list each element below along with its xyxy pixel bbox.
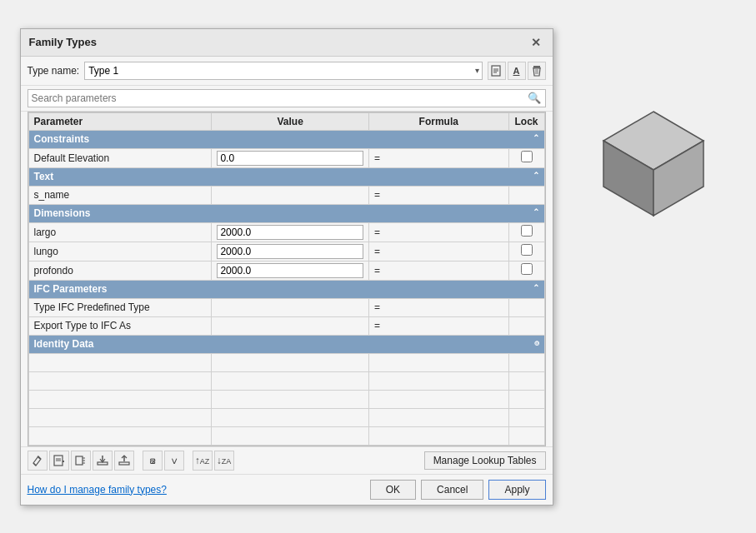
param-value-input[interactable] — [217, 263, 363, 278]
rename-type-button[interactable]: A — [508, 62, 526, 80]
param-name: profondo — [28, 261, 212, 280]
title-bar: Family Types ✕ — [21, 29, 553, 57]
footer-buttons: OK Cancel Apply — [370, 480, 546, 500]
section-row: Text⌃ — [28, 167, 544, 186]
param-lock-cell — [508, 298, 544, 316]
param-formula[interactable]: = — [368, 261, 508, 280]
section-header-text: Text⌃ — [28, 167, 544, 186]
lock-checkbox[interactable] — [521, 263, 533, 275]
param-value-cell — [212, 316, 369, 335]
section-row: IFC Parameters⌃ — [28, 280, 544, 298]
shared-param-button[interactable] — [71, 451, 91, 471]
param-name: Default Elevation — [28, 148, 212, 167]
section-header-constraints: Constraints⌃ — [28, 130, 544, 148]
footer-row: How do I manage family types? OK Cancel … — [21, 474, 553, 505]
param-lock-cell — [508, 242, 544, 261]
param-value-input[interactable] — [217, 151, 363, 166]
param-value-cell — [212, 261, 369, 280]
section-row: Dimensions⌃ — [28, 204, 544, 222]
param-lock-cell — [508, 222, 544, 242]
ok-button[interactable]: OK — [370, 480, 416, 500]
param-formula[interactable]: = — [368, 242, 508, 261]
param-lock-cell — [508, 186, 544, 204]
table-row: lungo= — [28, 242, 544, 261]
empty-row — [28, 353, 544, 371]
type-name-row: Type name: Type 1 A — [21, 57, 553, 86]
section-collapse-icon[interactable]: ⌃ — [533, 171, 539, 180]
col-header-value: Value — [212, 112, 369, 130]
section-collapse-icon[interactable]: ⌃ — [533, 283, 539, 292]
param-value-cell — [212, 242, 369, 261]
close-button[interactable]: ✕ — [528, 34, 544, 51]
lock-checkbox[interactable] — [521, 244, 533, 256]
param-name: lungo — [28, 242, 212, 261]
param-value-cell — [212, 148, 369, 167]
param-formula[interactable]: = — [368, 148, 508, 167]
param-lock-cell — [508, 261, 544, 280]
col-header-lock: Lock — [508, 112, 544, 130]
param-value-cell — [212, 298, 369, 316]
lock-checkbox[interactable] — [521, 151, 533, 162]
section-collapse-icon[interactable]: ⌾ — [534, 338, 539, 347]
param-name: largo — [28, 222, 212, 242]
param-value-input[interactable] — [217, 244, 363, 259]
sort-az-button[interactable]: ↑AZ — [193, 451, 213, 471]
section-header-identity-data: Identity Data⌾ — [28, 335, 544, 353]
table-row: profondo= — [28, 261, 544, 280]
new-type-button[interactable] — [488, 62, 506, 80]
type-name-label: Type name: — [28, 65, 80, 77]
help-link[interactable]: How do I manage family types? — [28, 484, 167, 496]
param-value-input[interactable] — [217, 225, 363, 240]
params-table: Parameter Value Formula Lock Constraints… — [28, 112, 545, 446]
empty-row — [28, 426, 544, 445]
param-name: Type IFC Predefined Type — [28, 298, 212, 316]
search-input[interactable] — [28, 89, 546, 107]
table-row: Type IFC Predefined Type= — [28, 298, 544, 316]
param-name: s_name — [28, 186, 212, 204]
group-up-button[interactable]: ꤁ — [143, 451, 163, 471]
svg-line-8 — [33, 463, 36, 466]
params-table-wrapper: Parameter Value Formula Lock Constraints… — [28, 112, 546, 446]
dialog-container: Family Types ✕ Type name: Type 1 A — [12, 20, 745, 514]
sort-za-button[interactable]: ↓ZA — [214, 451, 234, 471]
family-types-dialog: Family Types ✕ Type name: Type 1 A — [20, 28, 553, 506]
svg-rect-21 — [119, 462, 129, 465]
empty-row — [28, 371, 544, 390]
cube-preview — [570, 78, 737, 245]
col-header-formula: Formula — [368, 112, 508, 130]
param-formula[interactable]: = — [368, 222, 508, 242]
table-row: largo= — [28, 222, 544, 242]
section-header-dimensions: Dimensions⌃ — [28, 204, 544, 222]
col-header-parameter: Parameter — [28, 112, 212, 130]
param-formula[interactable]: = — [368, 186, 508, 204]
search-row: 🔍 — [21, 86, 553, 112]
empty-row — [28, 390, 544, 408]
type-name-select-wrapper: Type 1 — [84, 62, 482, 80]
edit-param-button[interactable] — [28, 451, 48, 471]
section-collapse-icon[interactable]: ⌃ — [533, 133, 539, 142]
cube-svg — [587, 95, 720, 228]
cancel-button[interactable]: Cancel — [421, 480, 483, 500]
apply-button[interactable]: Apply — [488, 480, 545, 500]
param-lock-cell — [508, 316, 544, 335]
section-header-ifc-parameters: IFC Parameters⌃ — [28, 280, 544, 298]
bottom-toolbar: ꤁ ꤂ ↑AZ ↓ZA Manage Lookup Tables — [21, 446, 553, 474]
manage-lookup-tables-button[interactable]: Manage Lookup Tables — [424, 451, 546, 470]
type-name-select[interactable]: Type 1 — [84, 62, 482, 80]
param-lock-cell — [508, 148, 544, 167]
empty-row — [28, 408, 544, 426]
import-button[interactable] — [93, 451, 113, 471]
delete-type-button[interactable] — [528, 62, 546, 80]
section-row: Constraints⌃ — [28, 130, 544, 148]
param-formula[interactable]: = — [368, 298, 508, 316]
group-down-button[interactable]: ꤂ — [164, 451, 184, 471]
section-collapse-icon[interactable]: ⌃ — [533, 207, 539, 217]
export-button[interactable] — [114, 451, 134, 471]
table-row: s_name= — [28, 186, 544, 204]
param-formula[interactable]: = — [368, 316, 508, 335]
table-row: Export Type to IFC As= — [28, 316, 544, 335]
param-value-cell — [212, 222, 369, 242]
lock-checkbox[interactable] — [521, 225, 533, 237]
add-param-button[interactable] — [49, 451, 69, 471]
param-name: Export Type to IFC As — [28, 316, 212, 335]
